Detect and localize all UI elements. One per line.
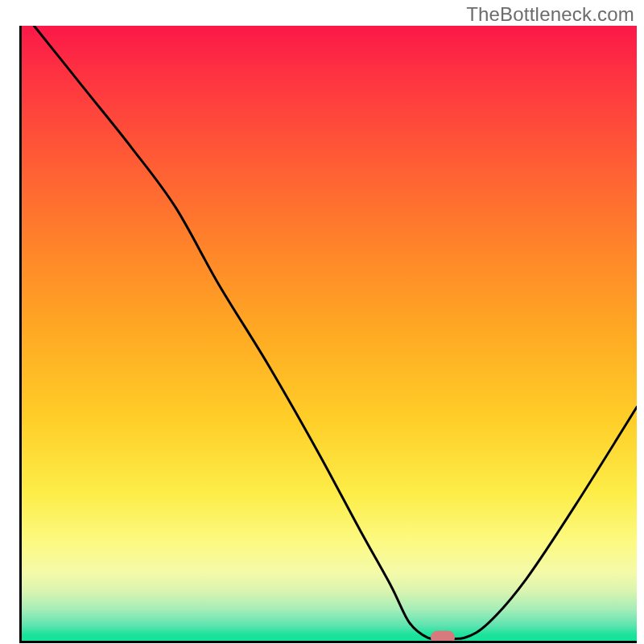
plot-area (19, 26, 637, 643)
optimal-marker (431, 631, 455, 643)
chart-stage: TheBottleneck.com (0, 0, 644, 644)
curve-path (34, 26, 637, 639)
bottleneck-curve (22, 26, 637, 641)
watermark-text: TheBottleneck.com (466, 3, 634, 26)
